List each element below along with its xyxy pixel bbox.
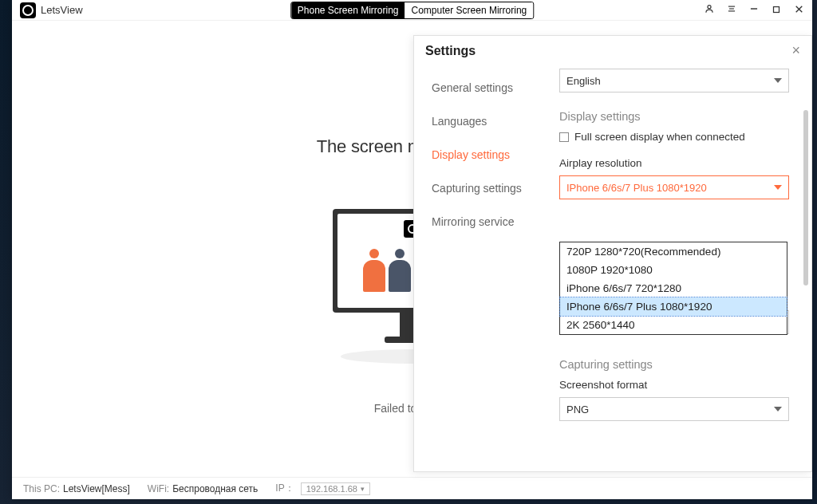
ip-select[interactable]: 192.168.1.68	[301, 482, 370, 495]
menu-icon[interactable]	[726, 3, 737, 17]
screenshot-format-value: PNG	[566, 404, 589, 415]
pc-value: LetsView[Mess]	[63, 483, 130, 494]
capturing-section-label: Capturing settings	[559, 358, 789, 371]
statusbar: This PC: LetsView[Mess] WiFi: Беспроводн…	[12, 477, 812, 499]
settings-panel: Settings × General settings Languages Di…	[413, 35, 812, 472]
settings-nav: General settings Languages Display setti…	[414, 62, 550, 471]
tab-computer-mirroring[interactable]: Computer Screen Mirroring	[405, 2, 534, 18]
scrollbar-thumb[interactable]	[803, 110, 808, 285]
airplay-resolution-select[interactable]: IPhone 6/6s/7 Plus 1080*1920	[559, 175, 789, 199]
language-value: English	[566, 75, 601, 87]
airplay-resolution-dropdown: 720P 1280*720(Recommended) 1080P 1920*10…	[559, 242, 787, 335]
mode-tabs: Phone Screen Mirroring Computer Screen M…	[290, 2, 534, 19]
tab-phone-mirroring[interactable]: Phone Screen Mirroring	[291, 2, 405, 18]
wifi-label: WiFi:	[148, 483, 169, 494]
display-section-label: Display settings	[559, 110, 789, 123]
app-title: LetsView	[41, 4, 83, 16]
settings-body: General settings Languages Display setti…	[414, 62, 811, 471]
screenshot-format-label: Screenshot format	[559, 379, 789, 391]
nav-capturing-settings[interactable]: Capturing settings	[414, 174, 550, 203]
close-button[interactable]	[793, 4, 804, 17]
airplay-label: Airplay resolution	[559, 157, 789, 169]
airplay-option-2k[interactable]: 2K 2560*1440	[560, 316, 787, 334]
wifi-value: Беспроводная сеть	[172, 483, 258, 494]
nav-languages[interactable]: Languages	[414, 107, 550, 136]
settings-header: Settings ×	[414, 36, 811, 62]
fullscreen-checkbox[interactable]	[559, 132, 569, 142]
fullscreen-label: Full screen display when connected	[574, 131, 745, 143]
window-controls	[704, 3, 807, 17]
language-select[interactable]: English	[559, 69, 789, 93]
svg-point-0	[708, 6, 711, 9]
airplay-selected: IPhone 6/6s/7 Plus 1080*1920	[566, 182, 707, 194]
nav-general-settings[interactable]: General settings	[414, 73, 550, 102]
airplay-option-iphone6[interactable]: iPhone 6/6s/7 720*1280	[560, 279, 787, 297]
fullscreen-checkbox-row[interactable]: Full screen display when connected	[559, 131, 789, 143]
person-icon	[363, 249, 385, 293]
ip-label: IP：	[275, 482, 294, 495]
pc-label: This PC:	[23, 483, 60, 494]
nav-display-settings[interactable]: Display settings	[414, 140, 550, 169]
scrollbar-track	[803, 110, 808, 463]
airplay-option-iphone6plus[interactable]: IPhone 6/6s/7 Plus 1080*1920	[560, 297, 787, 316]
minimize-button[interactable]	[748, 3, 760, 17]
nav-mirroring-service[interactable]: Mirroring service	[414, 207, 550, 236]
app-logo-icon	[20, 2, 36, 18]
ip-value: 192.168.1.68	[306, 484, 357, 494]
maximize-button[interactable]	[771, 4, 782, 17]
titlebar: LetsView Phone Screen Mirroring Computer…	[12, 0, 812, 21]
svg-rect-5	[774, 6, 780, 12]
screenshot-format-select[interactable]: PNG	[559, 397, 789, 421]
airplay-option-720p[interactable]: 720P 1280*720(Recommended)	[560, 242, 787, 261]
person-icon	[389, 249, 411, 293]
settings-title: Settings	[425, 44, 476, 58]
airplay-option-1080p[interactable]: 1080P 1920*1080	[560, 261, 787, 279]
user-icon[interactable]	[704, 3, 715, 17]
settings-close-button[interactable]: ×	[791, 42, 800, 59]
